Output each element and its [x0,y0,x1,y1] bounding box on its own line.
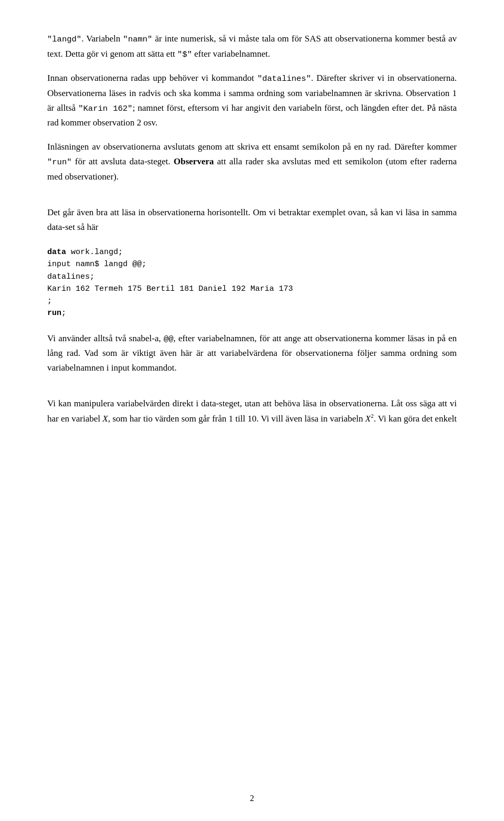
paragraph-2: Innan observationerna radas upp behöver … [47,71,457,130]
code-input-line: input namn$ langd @@; [47,260,146,269]
page: "langd". Variabeln "namn" är inte numeri… [0,0,504,821]
paragraph-4: Det går även bra att läsa in observation… [47,205,457,235]
code-block: data work.langd; input namn$ langd @@; d… [47,246,457,320]
code-keyword-data: data [47,248,66,257]
code-data-rest: work.langd; [66,248,123,257]
paragraph-3: Inläsningen av observationerna avslutats… [47,140,457,184]
code-semicolon: ; [47,297,52,306]
paragraph-5: Vi använder alltså två snabel-a, @@, eft… [47,331,457,376]
paragraph-6: Vi kan manipulera variabelvärden direkt … [47,396,457,426]
paragraph-1: "langd". Variabeln "namn" är inte numeri… [47,31,457,61]
code-run-semi: ; [61,309,66,318]
text-langd-quote: "langd". Variabeln "namn" är inte numeri… [47,34,457,59]
spacer-1 [47,194,457,205]
code-keyword-run: run [47,309,61,318]
page-number: 2 [250,792,254,805]
code-datalines: datalines; [47,272,94,281]
code-data-values: Karin 162 Termeh 175 Bertil 181 Daniel 1… [47,285,293,293]
spacer-2 [47,385,457,396]
